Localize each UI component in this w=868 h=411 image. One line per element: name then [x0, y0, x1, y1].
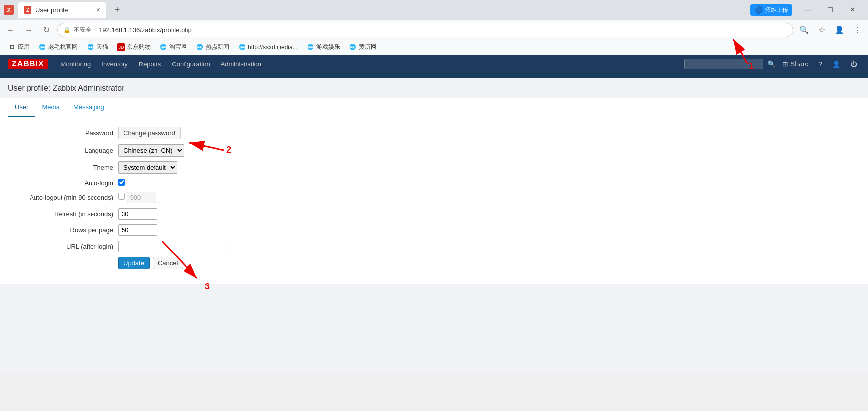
url-separator: |: [94, 27, 96, 33]
bookmark-laomao[interactable]: 🌐 老毛桃官网: [34, 41, 82, 53]
rows-input[interactable]: [118, 224, 157, 236]
password-label: Password: [10, 129, 118, 137]
security-label: 不安全: [74, 26, 92, 34]
refresh-row: Refresh (in seconds): [0, 208, 868, 220]
theme-row: Theme System default Blue Dark: [0, 161, 868, 174]
zabbix-header: ZABBIX Monitoring Inventory Reports Conf…: [0, 55, 868, 73]
page-content: User profile: Zabbix Administrator User …: [0, 78, 868, 373]
maximize-button[interactable]: □: [819, 2, 841, 18]
autologout-input[interactable]: [127, 192, 156, 203]
form-buttons-row: Update Cancel: [0, 257, 868, 269]
security-icon: 🔒: [63, 27, 71, 33]
rows-control: [118, 224, 157, 236]
tab-close-button[interactable]: ×: [96, 6, 100, 14]
bookmark-laomao-label: 老毛桃官网: [48, 43, 78, 51]
chrome-logo: Z: [4, 5, 14, 15]
theme-select[interactable]: System default Blue Dark: [118, 161, 177, 174]
url-label: URL (after login): [10, 243, 118, 250]
tabs-container: User Media Messaging: [0, 98, 868, 117]
url-input[interactable]: [118, 241, 226, 252]
bookmark-huangli[interactable]: 🌐 黄历网: [345, 41, 380, 53]
update-button[interactable]: Update: [118, 257, 150, 269]
bookmark-tianmao-label: 天猫: [96, 43, 108, 51]
apps-icon: ⊞: [8, 43, 16, 51]
bookmark-news[interactable]: 🌐 热点新闻: [192, 41, 233, 53]
share-label: Share: [790, 60, 808, 68]
bookmark-game[interactable]: 🌐 游戏娱乐: [303, 41, 344, 53]
autologout-checkbox[interactable]: [118, 193, 125, 200]
news-icon: 🌐: [196, 43, 204, 51]
bookmark-tianmao[interactable]: 🌐 天猫: [83, 41, 112, 53]
new-tab-button[interactable]: +: [110, 3, 124, 17]
nav-inventory[interactable]: Inventory: [96, 58, 132, 71]
nav-monitoring[interactable]: Monitoring: [56, 58, 96, 71]
rows-row: Rows per page: [0, 224, 868, 236]
account-button[interactable]: 👤: [833, 23, 846, 37]
autologin-checkbox[interactable]: [118, 179, 125, 186]
bookmark-huangli-label: 黄历网: [359, 43, 376, 51]
bookmark-news-label: 热点新闻: [206, 43, 229, 51]
help-button[interactable]: ?: [815, 58, 825, 70]
bookmark-apps[interactable]: ⊞ 应用: [4, 41, 33, 53]
user-profile-button[interactable]: 👤: [829, 58, 843, 70]
url-control: [118, 241, 226, 252]
bookmark-taobao[interactable]: 🌐 淘宝网: [155, 41, 191, 53]
autologin-label: Auto-login: [10, 179, 118, 187]
autologout-row: Auto-logout (min 90 seconds): [0, 192, 868, 203]
bookmark-ssxd-label: http://ssxd.media...: [248, 44, 298, 51]
active-tab[interactable]: Z User profile ×: [18, 2, 106, 18]
nav-reports[interactable]: Reports: [134, 58, 166, 71]
bookmark-jd[interactable]: JD 京东购物: [113, 41, 155, 53]
minimize-button[interactable]: —: [796, 2, 819, 18]
language-label: Language: [10, 147, 118, 154]
tab-title: User profile: [35, 6, 68, 14]
zabbix-logo[interactable]: ZABBIX: [8, 59, 48, 69]
search-icon[interactable]: 🔍: [767, 60, 775, 68]
browser-menu-button[interactable]: ⋮: [850, 23, 864, 37]
form-buttons: Update Cancel: [118, 257, 183, 269]
page-search-button[interactable]: 🔍: [797, 23, 811, 37]
cancel-button[interactable]: Cancel: [153, 257, 183, 269]
refresh-input[interactable]: [118, 208, 157, 220]
ssxd-icon: 🌐: [238, 43, 246, 51]
page-title: User profile: Zabbix Administrator: [8, 84, 860, 93]
bookmark-ssxd[interactable]: 🌐 http://ssxd.media...: [234, 41, 302, 53]
theme-label: Theme: [10, 164, 118, 171]
autologin-row: Auto-login: [0, 179, 868, 187]
reload-button[interactable]: ↻: [39, 23, 53, 37]
laomao-icon: 🌐: [38, 43, 46, 51]
tab-user[interactable]: User: [8, 98, 35, 117]
global-search-input[interactable]: [684, 59, 763, 69]
refresh-control: [118, 208, 157, 220]
refresh-label: Refresh (in seconds): [10, 210, 118, 218]
header-right: 🔍 ⊞ Share ? 👤 ⏻: [684, 58, 860, 70]
logout-button[interactable]: ⏻: [847, 58, 860, 70]
back-button[interactable]: ←: [4, 23, 18, 37]
autologout-control: [118, 192, 156, 203]
nav-administration[interactable]: Administration: [216, 58, 266, 71]
jd-icon: JD: [117, 43, 125, 51]
url-input-area[interactable]: 🔒 不安全 | 192.168.1.136/zabbix/profile.php: [57, 23, 793, 37]
extension-icon: 🔵: [754, 6, 763, 14]
tab-favicon: Z: [24, 6, 31, 14]
main-nav: Monitoring Inventory Reports Configurati…: [56, 58, 266, 71]
nav-configuration[interactable]: Configuration: [167, 58, 215, 71]
language-select[interactable]: Chinese (zh_CN) English (en_US): [118, 144, 184, 157]
game-icon: 🌐: [307, 43, 314, 51]
share-button[interactable]: ⊞ Share: [779, 58, 811, 70]
autologin-control: [118, 179, 125, 187]
extension-label: 拓维上传: [765, 6, 788, 14]
forward-button[interactable]: →: [22, 23, 35, 37]
extension-button[interactable]: 🔵 拓维上传: [750, 4, 792, 16]
tab-messaging[interactable]: Messaging: [66, 98, 111, 117]
url-address: 192.168.1.136/zabbix/profile.php: [99, 26, 192, 33]
form-container: Password Change password Language Chines…: [0, 117, 868, 284]
bookmark-taobao-label: 淘宝网: [169, 43, 187, 51]
close-button[interactable]: ×: [841, 2, 864, 18]
url-row: URL (after login): [0, 241, 868, 252]
bookmark-button[interactable]: ☆: [815, 23, 829, 37]
change-password-button[interactable]: Change password: [118, 127, 181, 139]
huangli-icon: 🌐: [349, 43, 357, 51]
share-icon: ⊞: [782, 60, 788, 68]
tab-media[interactable]: Media: [35, 98, 66, 117]
